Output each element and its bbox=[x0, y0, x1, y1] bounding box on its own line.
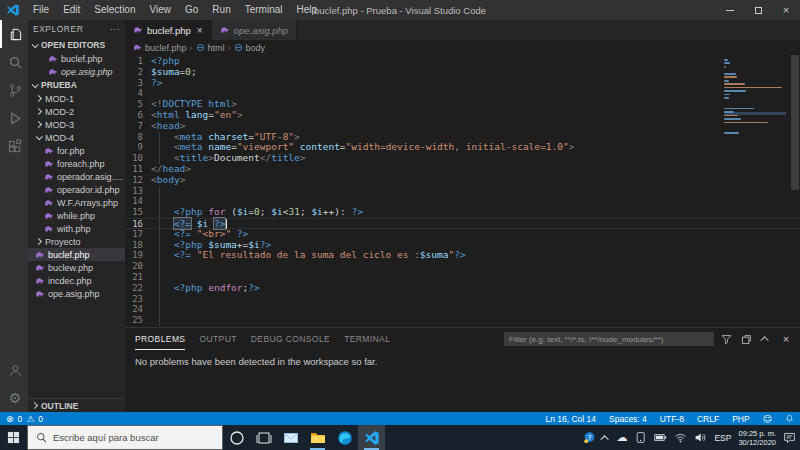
battery-icon[interactable] bbox=[654, 431, 667, 444]
workspace-header[interactable]: PRUEBA bbox=[28, 78, 125, 92]
cursor-position[interactable]: Ln 16, Col 14 bbox=[545, 414, 596, 424]
menu-selection[interactable]: Selection bbox=[87, 0, 142, 20]
taskbar-search-input[interactable]: Escribe aquí para buscar bbox=[27, 425, 223, 450]
open-editor-item[interactable]: ope.asig.php bbox=[28, 65, 125, 78]
code-line-25[interactable]: 25 bbox=[125, 315, 800, 326]
tree-file-buclef.php[interactable]: buclef.php bbox=[28, 248, 125, 261]
eol-sequence[interactable]: CRLF bbox=[697, 414, 719, 424]
code-line-19[interactable]: 19 <?= "El resultado de la suma del cicl… bbox=[125, 250, 800, 261]
device-icon[interactable] bbox=[634, 431, 647, 444]
activity-accounts-button[interactable] bbox=[0, 356, 28, 384]
tree-file-w.f.arrays.php[interactable]: W.F.Arrays.php bbox=[28, 196, 125, 209]
close-tab-icon[interactable]: × bbox=[197, 25, 203, 36]
panel-tab-output[interactable]: OUTPUT bbox=[199, 328, 236, 350]
editor-scrollbar[interactable] bbox=[790, 55, 800, 327]
menu-run[interactable]: Run bbox=[205, 0, 237, 20]
activity-source-control-button[interactable] bbox=[0, 76, 28, 104]
code-line-3[interactable]: 3?> bbox=[125, 78, 800, 89]
tab-ope.asig.php[interactable]: ope.asig.php bbox=[212, 20, 297, 40]
code-line-2[interactable]: 2$suma=0; bbox=[125, 67, 800, 78]
language-mode[interactable]: PHP bbox=[732, 414, 749, 424]
tree-folder-mod-4[interactable]: MOD-4 bbox=[28, 131, 125, 144]
taskbar-mail-button[interactable] bbox=[277, 425, 304, 450]
tree-file-operador.asig.php[interactable]: operador.asig.php bbox=[28, 170, 125, 183]
cloud-icon[interactable]: ☁ bbox=[616, 431, 627, 444]
feedback-icon[interactable]: ☺ bbox=[763, 414, 772, 424]
encoding[interactable]: UTF-8 bbox=[660, 414, 684, 424]
code-line-10[interactable]: 10 <title>Document</title> bbox=[125, 153, 800, 164]
breadcrumb[interactable]: buclef.php›html›body bbox=[125, 40, 800, 55]
panel-tab-terminal[interactable]: TERMINAL bbox=[344, 328, 390, 350]
tree-folder-mod-1[interactable]: MOD-1 bbox=[28, 92, 125, 105]
code-line-20[interactable]: 20 bbox=[125, 261, 800, 272]
code-line-12[interactable]: 12<body> bbox=[125, 175, 800, 186]
close-panel-icon[interactable]: × bbox=[778, 331, 794, 347]
indentation[interactable]: Spaces: 4 bbox=[609, 414, 647, 424]
tree-file-buclew.php[interactable]: buclew.php bbox=[28, 261, 125, 274]
code-line-15[interactable]: 15 <?php for ($i=0; $i<31; $i++): ?> bbox=[125, 207, 800, 218]
filter-icon[interactable] bbox=[718, 331, 734, 347]
activity-settings-button[interactable]: ⚙ bbox=[0, 384, 28, 412]
code-line-23[interactable]: 23 bbox=[125, 294, 800, 305]
action-center-icon[interactable] bbox=[783, 431, 796, 444]
code-line-6[interactable]: 6<html lang="en"> bbox=[125, 110, 800, 121]
restore-button[interactable] bbox=[744, 0, 772, 20]
menu-file[interactable]: File bbox=[26, 0, 56, 20]
menu-go[interactable]: Go bbox=[178, 0, 205, 20]
menu-view[interactable]: View bbox=[143, 0, 179, 20]
tree-file-for.php[interactable]: for.php bbox=[28, 144, 125, 157]
tree-folder-proyecto[interactable]: Proyecto bbox=[28, 235, 125, 248]
notifications-bell-icon[interactable] bbox=[785, 414, 794, 423]
breadcrumb-segment[interactable]: buclef.php bbox=[145, 43, 187, 53]
more-actions-icon[interactable]: ··· bbox=[110, 24, 120, 34]
minimize-button[interactable] bbox=[716, 0, 744, 20]
activity-extensions-button[interactable] bbox=[0, 132, 28, 160]
taskbar-edge-button[interactable] bbox=[331, 425, 358, 450]
taskbar-cortana-button[interactable] bbox=[223, 425, 250, 450]
problems-status[interactable]: ⊗ 0 ⚠ 0 bbox=[6, 414, 43, 424]
taskbar-clock[interactable]: 09:25 p. m.30/12/2020 bbox=[738, 429, 776, 447]
code-line-22[interactable]: 22 <?php endfor;?> bbox=[125, 283, 800, 294]
problems-filter-input[interactable]: Filter (e.g. text, **/*.ts, !**/node_mod… bbox=[504, 332, 714, 346]
keyboard-language[interactable]: ESP bbox=[714, 433, 731, 443]
speaker-icon[interactable] bbox=[694, 431, 707, 444]
tree-file-foreach.php[interactable]: foreach.php bbox=[28, 157, 125, 170]
tree-file-incdec.php[interactable]: incdec.php bbox=[28, 274, 125, 287]
close-button[interactable]: × bbox=[772, 0, 800, 20]
minimap[interactable] bbox=[724, 59, 786, 146]
tree-folder-mod-3[interactable]: MOD-3 bbox=[28, 118, 125, 131]
open-editor-item[interactable]: buclef.php bbox=[28, 52, 125, 65]
breadcrumb-segment[interactable]: html bbox=[208, 43, 225, 53]
activity-search-button[interactable] bbox=[0, 48, 28, 76]
activity-explorer-button[interactable] bbox=[0, 20, 28, 48]
chevron-up-icon[interactable] bbox=[603, 435, 609, 441]
tree-file-ope.asig.php[interactable]: ope.asig.php bbox=[28, 287, 125, 300]
menu-edit[interactable]: Edit bbox=[56, 0, 87, 20]
taskbar-task-view-button[interactable] bbox=[250, 425, 277, 450]
tree-file-while.php[interactable]: while.php bbox=[28, 209, 125, 222]
taskbar-file-explorer-button[interactable] bbox=[304, 425, 331, 450]
panel-tab-problems[interactable]: PROBLEMS bbox=[135, 328, 185, 350]
activity-run-debug-button[interactable] bbox=[0, 104, 28, 132]
code-editor[interactable]: 1<?php2$suma=0;3?>45<!DOCTYPE html>6<htm… bbox=[125, 55, 800, 327]
maximize-panel-icon[interactable] bbox=[758, 331, 774, 347]
code-line-24[interactable]: 24 bbox=[125, 304, 800, 315]
wifi-icon[interactable] bbox=[674, 431, 687, 444]
outline-header[interactable]: OUTLINE bbox=[28, 398, 125, 412]
breadcrumb-segment[interactable]: body bbox=[246, 43, 266, 53]
start-button[interactable] bbox=[0, 425, 27, 450]
tab-buclef.php[interactable]: buclef.php× bbox=[125, 20, 212, 40]
taskbar-vscode-button[interactable] bbox=[358, 425, 385, 450]
tree-file-operador.id.php[interactable]: operador.id.php bbox=[28, 183, 125, 196]
code-line-11[interactable]: 11</head> bbox=[125, 164, 800, 175]
code-line-13[interactable]: 13 bbox=[125, 186, 800, 197]
help-badge-icon[interactable]: ? bbox=[583, 431, 596, 444]
menu-terminal[interactable]: Terminal bbox=[238, 0, 290, 20]
task-view-icon bbox=[256, 430, 272, 446]
tree-file-with.php[interactable]: with.php bbox=[28, 222, 125, 235]
panel-tab-debug-console[interactable]: DEBUG CONSOLE bbox=[251, 328, 330, 350]
tree-folder-mod-2[interactable]: MOD-2 bbox=[28, 105, 125, 118]
open-editors-header[interactable]: OPEN EDITORS bbox=[28, 38, 125, 52]
open-in-editor-icon[interactable] bbox=[738, 331, 754, 347]
code-line-1[interactable]: 1<?php bbox=[125, 56, 800, 67]
